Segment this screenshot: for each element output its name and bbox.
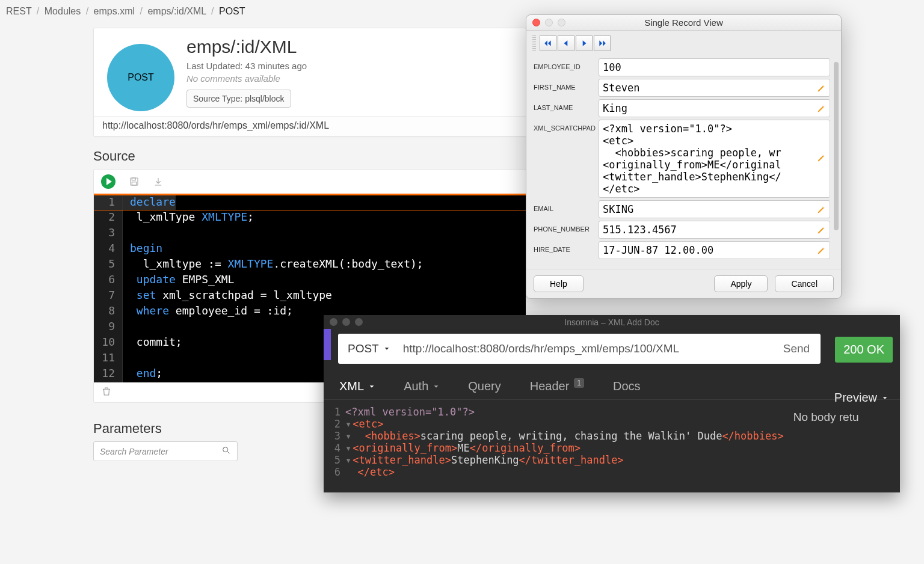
field-last-name[interactable]: King xyxy=(599,99,830,117)
chevron-down-icon xyxy=(369,384,375,390)
response-body: No body retu xyxy=(791,400,900,492)
download-icon[interactable] xyxy=(153,176,164,187)
fold-icon[interactable]: ▾ xyxy=(345,442,351,454)
fold-icon[interactable]: ▾ xyxy=(345,454,351,466)
trash-icon[interactable] xyxy=(101,386,112,397)
svg-point-3 xyxy=(223,447,228,452)
handler-url: http://localhost:8080/ords/hr/emps_xml/e… xyxy=(94,116,526,136)
svg-rect-1 xyxy=(132,178,135,180)
field-phone-number[interactable]: 515.123.4567 xyxy=(599,221,830,239)
svg-rect-2 xyxy=(132,182,137,185)
prev-record-button[interactable] xyxy=(558,35,574,51)
cancel-button[interactable]: Cancel xyxy=(775,275,834,292)
pencil-icon[interactable] xyxy=(817,204,826,213)
header-count-badge: 1 xyxy=(574,378,584,388)
insomnia-window: Insomnia – XML Add Doc POST http://local… xyxy=(324,315,900,492)
crumb-rest[interactable]: REST xyxy=(6,6,31,16)
save-icon[interactable] xyxy=(129,176,140,187)
apply-button[interactable]: Apply xyxy=(714,275,768,292)
chevron-down-icon xyxy=(433,384,439,390)
label-hire-date: HIRE_DATE xyxy=(534,241,599,253)
source-toolbar xyxy=(94,170,526,194)
record-nav-toolbar xyxy=(526,31,841,56)
label-email: EMAIL xyxy=(534,200,599,212)
source-type-chip: Source Type: plsql/block xyxy=(186,90,291,108)
field-employee-id[interactable]: 100 xyxy=(599,58,830,76)
field-xml-scratchpad[interactable]: <?xml version="1.0"?> <etc> <hobbies>sca… xyxy=(599,120,830,198)
pencil-icon[interactable] xyxy=(817,103,826,112)
field-first-name[interactable]: Steven xyxy=(599,79,830,97)
chevron-down-icon xyxy=(882,395,888,401)
window-title: Single Record View xyxy=(526,17,841,28)
handler-summary-card: POST emps/:id/XML Last Updated: 43 minut… xyxy=(93,28,526,136)
search-parameter-input[interactable]: Search Parameter xyxy=(93,441,238,461)
label-employee-id: EMPLOYEE_ID xyxy=(534,58,599,70)
tab-xml[interactable]: XML xyxy=(339,379,375,393)
tab-auth[interactable]: Auth xyxy=(404,379,439,393)
label-last-name: LAST_NAME xyxy=(534,99,599,111)
field-email[interactable]: SKING xyxy=(599,200,830,218)
insomnia-titlebar[interactable]: Insomnia – XML Add Doc xyxy=(324,315,900,329)
handler-title: emps/:id/XML xyxy=(186,37,517,57)
run-button[interactable] xyxy=(101,174,116,189)
last-updated: Last Updated: 43 minutes ago xyxy=(186,61,517,71)
pencil-icon[interactable] xyxy=(817,245,826,254)
crumb-current: POST xyxy=(219,6,245,16)
tab-query[interactable]: Query xyxy=(468,379,500,393)
label-xml-scratchpad: XML_SCRATCHPAD xyxy=(534,120,599,132)
fold-icon[interactable]: ▾ xyxy=(345,418,351,430)
chevron-down-icon xyxy=(384,346,390,352)
last-record-button[interactable] xyxy=(594,35,611,51)
pencil-icon[interactable] xyxy=(817,83,826,92)
next-record-button[interactable] xyxy=(576,35,593,51)
search-placeholder: Search Parameter xyxy=(100,447,168,456)
fold-icon[interactable]: ▾ xyxy=(345,430,351,442)
window-titlebar[interactable]: Single Record View xyxy=(526,15,841,31)
crumb-empsxml[interactable]: emps.xml xyxy=(94,6,135,16)
pencil-icon[interactable] xyxy=(817,153,826,162)
method-selector[interactable]: POST xyxy=(338,334,399,364)
pencil-icon[interactable] xyxy=(817,225,826,234)
request-url-input[interactable]: http://localhost:8080/ords/hr/emps_xml/e… xyxy=(399,342,772,355)
label-phone-number: PHONE_NUMBER xyxy=(534,221,599,233)
tab-preview[interactable]: Preview xyxy=(834,391,888,405)
crumb-modules[interactable]: Modules xyxy=(45,6,81,16)
first-record-button[interactable] xyxy=(540,35,556,51)
tab-header[interactable]: Header 1 xyxy=(530,379,584,393)
no-comments: No comments available xyxy=(186,73,517,84)
request-body-editor[interactable]: 1<?xml version="1.0"?> 2▾<etc> 3▾ <hobbi… xyxy=(324,400,791,492)
crumb-handler[interactable]: emps/:id/XML xyxy=(147,6,206,16)
help-button[interactable]: Help xyxy=(534,275,584,292)
tab-docs[interactable]: Docs xyxy=(613,379,641,393)
field-hire-date[interactable]: 17-JUN-87 12.00.00 xyxy=(599,241,830,259)
label-first-name: FIRST_NAME xyxy=(534,79,599,91)
insomnia-tabs: XML Auth Query Header 1 Docs xyxy=(324,370,900,400)
scrollbar[interactable] xyxy=(834,62,839,230)
single-record-view-window: Single Record View EMPLOYEE_ID 100 FIRST… xyxy=(526,14,842,299)
response-status-badge: 200 OK xyxy=(835,337,893,363)
send-button[interactable]: Send xyxy=(772,342,821,355)
method-badge: POST xyxy=(107,44,174,111)
search-icon xyxy=(221,446,231,457)
insomnia-title: Insomnia – XML Add Doc xyxy=(324,317,900,327)
